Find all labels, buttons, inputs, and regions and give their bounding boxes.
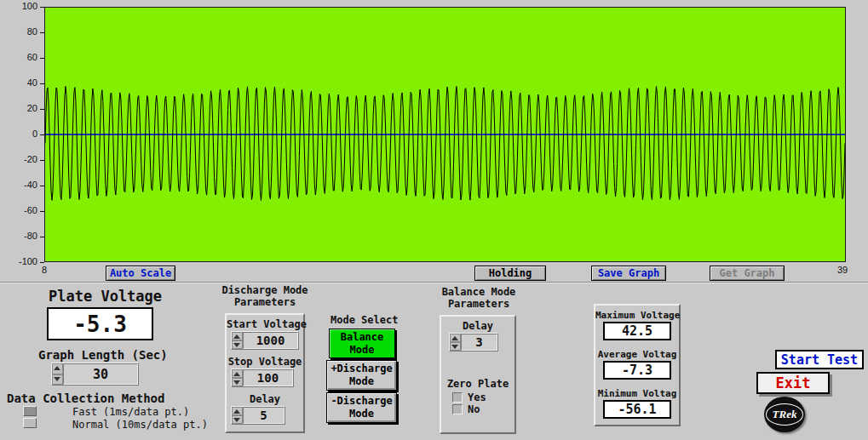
y-tick-label: -80	[0, 231, 37, 241]
data-collection-title: Data Collection Method	[7, 391, 164, 405]
negative-discharge-label-line2: Mode	[327, 408, 396, 420]
balance-params-title-line1: Balance Mode	[438, 286, 520, 298]
spinner-arrows	[232, 369, 243, 386]
spinner-arrows	[232, 332, 243, 349]
discharge-delay-spinner[interactable]: 5	[231, 406, 285, 425]
graph-length-value[interactable]: 30	[63, 363, 138, 385]
balance-delay-label: Delay	[441, 320, 514, 332]
zero-plate-yes-label: Yes	[468, 391, 486, 403]
graph-length-spinner[interactable]: 30	[51, 363, 139, 386]
discharge-params-title-line2: Parameters	[221, 296, 308, 308]
y-tick-label: 40	[0, 77, 37, 88]
zero-plate-no-label: No	[468, 403, 480, 415]
average-voltage-readout: -7.3	[603, 361, 671, 380]
maximum-voltage-readout: 42.5	[603, 322, 671, 340]
balance-params-title: Balance Mode Parameters	[438, 286, 520, 310]
y-tick-label: 80	[0, 26, 37, 37]
negative-discharge-label-line1: -Discharge	[327, 395, 396, 408]
trek-logo-text: TRek	[766, 403, 804, 426]
plate-voltage-readout: -5.3	[47, 307, 153, 340]
start-test-button[interactable]: Start Test	[775, 350, 864, 369]
waveform-plot	[44, 7, 846, 262]
holding-button[interactable]: Holding	[474, 266, 546, 281]
start-voltage-spinner[interactable]: 1000	[231, 331, 299, 350]
voltage-readouts-group: Maximum Voltage 42.5 Average Voltag -7.3…	[594, 304, 681, 426]
average-voltage-label: Average Voltag	[595, 349, 679, 360]
discharge-delay-value[interactable]: 5	[243, 407, 285, 424]
y-tick-label: -40	[0, 180, 37, 190]
stop-voltage-label: Stop Voltage	[227, 356, 303, 368]
x-axis-end-label: 39	[837, 265, 848, 275]
negative-discharge-mode-button[interactable]: -Discharge Mode	[326, 392, 397, 423]
maximum-voltage-label: Maximum Voltage	[595, 310, 679, 321]
auto-scale-button[interactable]: Auto Scale	[106, 266, 175, 281]
balance-mode-button[interactable]: Balance Mode	[329, 329, 395, 358]
discharge-delay-label: Delay	[227, 393, 303, 405]
y-tick-label: 100	[0, 1, 37, 11]
spinner-arrows	[232, 407, 243, 424]
spinner-arrows	[52, 363, 63, 385]
balance-delay-spinner[interactable]: 3	[449, 333, 498, 351]
dcm-option-normal: Normal (10ms/data pt.)	[72, 419, 208, 431]
stop-voltage-spinner[interactable]: 100	[231, 369, 294, 387]
y-tick-mark	[40, 262, 44, 263]
discharge-params-group: Start Voltage 1000 Stop Voltage 100 Dela…	[225, 313, 305, 433]
app-window: 100806040200-20-40-60-80-100 8 39 Auto S…	[0, 0, 868, 440]
y-tick-label: -60	[0, 205, 37, 215]
minimum-voltage-label: Minimum Voltag	[595, 388, 679, 399]
exit-button[interactable]: Exit	[756, 372, 830, 394]
data-collection-switch-normal[interactable]	[23, 418, 37, 428]
start-voltage-value[interactable]: 1000	[243, 332, 298, 349]
zero-plate-no-checkbox[interactable]	[452, 404, 463, 414]
decrement-arrow-icon[interactable]	[232, 340, 243, 349]
y-tick-label: 0	[0, 129, 37, 139]
mode-select-title: Mode Select	[331, 314, 395, 326]
y-tick-label: 60	[0, 52, 37, 62]
stop-voltage-value[interactable]: 100	[243, 369, 293, 386]
positive-discharge-label-line1: +Discharge	[327, 363, 396, 375]
balance-delay-value[interactable]: 3	[461, 334, 497, 351]
increment-arrow-icon[interactable]	[52, 363, 63, 374]
balance-mode-label-line2: Mode	[330, 344, 394, 357]
balance-params-title-line2: Parameters	[438, 298, 520, 310]
balance-params-group: Delay 3 Zero Plate Yes No	[440, 315, 516, 434]
get-graph-button[interactable]: Get Graph	[710, 266, 785, 281]
balance-mode-label-line1: Balance	[330, 331, 394, 344]
panel-divider	[0, 282, 868, 283]
increment-arrow-icon[interactable]	[232, 407, 243, 415]
zero-plate-label: Zero Plate	[441, 378, 514, 390]
positive-discharge-mode-button[interactable]: +Discharge Mode	[326, 360, 397, 391]
minimum-voltage-readout: -56.1	[603, 400, 671, 419]
discharge-params-title-line1: Discharge Mode	[221, 284, 308, 296]
waveform-svg	[45, 8, 845, 261]
decrement-arrow-icon[interactable]	[52, 374, 63, 386]
increment-arrow-icon[interactable]	[232, 332, 243, 340]
discharge-params-title: Discharge Mode Parameters	[221, 284, 308, 308]
y-tick-label: -100	[0, 256, 37, 266]
save-graph-button[interactable]: Save Graph	[591, 266, 666, 281]
start-voltage-label: Start Voltage	[227, 318, 303, 330]
decrement-arrow-icon[interactable]	[232, 415, 243, 424]
spinner-arrows	[450, 334, 461, 351]
waveform-trace	[45, 86, 845, 200]
y-tick-label: -20	[0, 154, 37, 164]
decrement-arrow-icon[interactable]	[232, 378, 243, 386]
dcm-option-fast: Fast (1ms/data pt.)	[72, 406, 189, 418]
increment-arrow-icon[interactable]	[232, 369, 243, 378]
graph-length-label: Graph Length (Sec)	[38, 348, 168, 362]
positive-discharge-label-line2: Mode	[327, 375, 396, 388]
zero-plate-yes-checkbox[interactable]	[452, 392, 463, 403]
plate-voltage-title: Plate Voltage	[49, 288, 162, 305]
y-tick-label: 20	[0, 103, 37, 113]
data-collection-switch-fast[interactable]	[23, 406, 37, 416]
increment-arrow-icon[interactable]	[450, 334, 461, 342]
trek-logo: TRek	[764, 397, 805, 432]
decrement-arrow-icon[interactable]	[450, 342, 461, 351]
x-axis-start-label: 8	[42, 265, 47, 275]
